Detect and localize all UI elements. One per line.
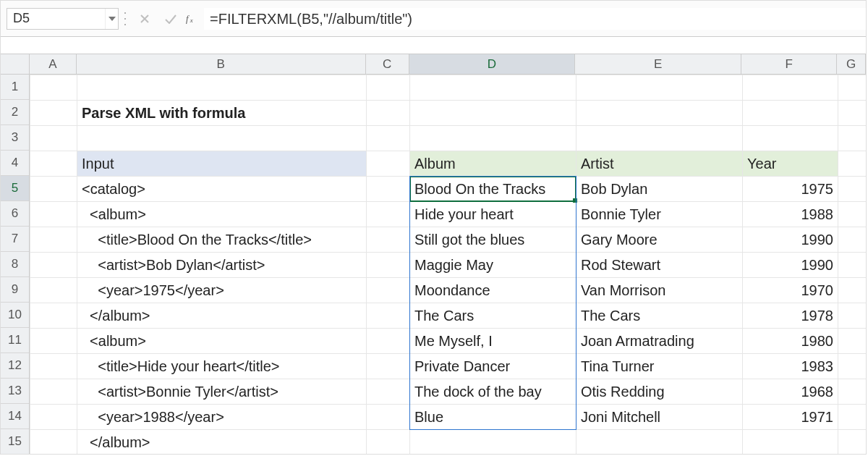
- cell-text: <album>: [82, 206, 146, 222]
- year-cell[interactable]: 1971: [743, 405, 838, 430]
- column-header[interactable]: G: [837, 54, 866, 74]
- row-header[interactable]: 3: [1, 125, 29, 151]
- artist-cell[interactable]: Tina Turner: [576, 354, 743, 379]
- row-header[interactable]: 8: [1, 252, 29, 277]
- row-headers: 1 2 3 4 5 6 7 8 9 10 11 12 13 14 15: [1, 54, 30, 454]
- cell-text: <title>Hide your heart</title>: [82, 358, 280, 374]
- row-header[interactable]: 1: [1, 75, 29, 100]
- cell-text: <year>1975</year>: [82, 282, 224, 298]
- column-header[interactable]: B: [77, 54, 366, 74]
- column-header[interactable]: C: [366, 54, 409, 74]
- xml-line-cell[interactable]: <title>Blood On the Tracks</title>: [77, 227, 367, 253]
- album-cell[interactable]: Blue: [410, 405, 576, 430]
- enter-icon: [158, 6, 184, 32]
- table-header-artist[interactable]: Artist: [576, 151, 743, 177]
- album-cell[interactable]: Still got the blues: [410, 227, 576, 253]
- xml-line-cell[interactable]: </album>: [77, 303, 367, 329]
- year-cell[interactable]: 1975: [743, 177, 838, 202]
- formula-bar-row: f x =FILTERXML(B5,"//album/title"): [1, 1, 866, 37]
- cell-text: <album>: [82, 333, 146, 349]
- row-header[interactable]: 7: [1, 227, 29, 252]
- album-cell[interactable]: Hide your heart: [410, 202, 576, 227]
- artist-cell[interactable]: Bob Dylan: [576, 177, 743, 202]
- xml-line-cell[interactable]: <album>: [77, 329, 367, 354]
- year-cell[interactable]: 1968: [743, 379, 838, 405]
- select-all-corner[interactable]: [1, 54, 29, 75]
- year-cell[interactable]: 1990: [743, 253, 838, 278]
- cell-text: <catalog>: [82, 181, 145, 197]
- cancel-icon: [132, 6, 158, 32]
- name-box-input[interactable]: [7, 11, 105, 26]
- artist-cell[interactable]: The Cars: [576, 303, 743, 329]
- album-cell[interactable]: Me Myself, I: [410, 329, 576, 354]
- xml-line-cell[interactable]: <album>: [77, 202, 367, 227]
- artist-cell[interactable]: Bonnie Tyler: [576, 202, 743, 227]
- svg-text:f: f: [186, 13, 190, 23]
- insert-function-icon[interactable]: f x: [184, 6, 204, 32]
- input-header-cell[interactable]: Input: [77, 151, 367, 177]
- artist-cell[interactable]: Rod Stewart: [576, 253, 743, 278]
- xml-line-cell[interactable]: <catalog>: [77, 177, 367, 202]
- artist-cell[interactable]: Otis Redding: [576, 379, 743, 405]
- formula-bar-input[interactable]: =FILTERXML(B5,"//album/title"): [204, 8, 866, 30]
- cell-text: <artist>Bonnie Tyler</artist>: [82, 384, 278, 400]
- cell-text: </album>: [82, 434, 150, 450]
- row-header[interactable]: 2: [1, 100, 29, 125]
- xml-line-cell[interactable]: </album>: [77, 430, 367, 455]
- row-header[interactable]: 10: [1, 303, 29, 328]
- row-header[interactable]: 12: [1, 353, 29, 379]
- cell-text: <title>Blood On the Tracks</title>: [82, 232, 312, 248]
- column-header[interactable]: A: [30, 54, 77, 74]
- xml-line-cell[interactable]: <artist>Bonnie Tyler</artist>: [77, 379, 367, 405]
- cells-area[interactable]: Parse XML with formula Input Album Artis…: [30, 75, 866, 454]
- year-cell[interactable]: 1988: [743, 202, 838, 227]
- cell-text: <artist>Bob Dylan</artist>: [82, 257, 265, 273]
- xml-line-cell[interactable]: <year>1975</year>: [77, 278, 367, 303]
- year-cell[interactable]: 1990: [743, 227, 838, 253]
- column-header[interactable]: E: [575, 54, 741, 74]
- album-cell[interactable]: The dock of the bay: [410, 379, 576, 405]
- table-header-album[interactable]: Album: [410, 151, 576, 177]
- album-cell[interactable]: Private Dancer: [410, 354, 576, 379]
- formula-bar-grip[interactable]: [123, 6, 127, 32]
- cell-text: </album>: [82, 308, 150, 324]
- year-cell[interactable]: 1980: [743, 329, 838, 354]
- row-header[interactable]: 11: [1, 328, 29, 353]
- table-header-year[interactable]: Year: [743, 151, 838, 177]
- formula-bar-separator: [1, 37, 866, 54]
- page-title: Parse XML with formula: [77, 101, 367, 126]
- row-header[interactable]: 15: [1, 429, 29, 454]
- year-cell[interactable]: 1983: [743, 354, 838, 379]
- row-header[interactable]: 13: [1, 379, 29, 404]
- xml-line-cell[interactable]: <title>Hide your heart</title>: [77, 354, 367, 379]
- row-header[interactable]: 6: [1, 201, 29, 227]
- album-cell[interactable]: The Cars: [410, 303, 576, 329]
- artist-cell[interactable]: Gary Moore: [576, 227, 743, 253]
- cell-text: <year>1988</year>: [82, 409, 224, 425]
- row-header[interactable]: 14: [1, 404, 29, 429]
- row-header[interactable]: 4: [1, 151, 29, 176]
- artist-cell[interactable]: Van Morrison: [576, 278, 743, 303]
- album-cell[interactable]: Moondance: [410, 278, 576, 303]
- column-header[interactable]: F: [741, 54, 837, 74]
- sheet-body: A B C D E F G Parse XML with formula: [30, 54, 866, 454]
- worksheet-grid[interactable]: 1 2 3 4 5 6 7 8 9 10 11 12 13 14 15 A B …: [1, 54, 866, 454]
- xml-line-cell[interactable]: <artist>Bob Dylan</artist>: [77, 253, 367, 278]
- column-headers: A B C D E F G: [30, 54, 866, 75]
- artist-cell[interactable]: Joni Mitchell: [576, 405, 743, 430]
- excel-window: f x =FILTERXML(B5,"//album/title") 1 2 3…: [0, 0, 867, 455]
- album-cell[interactable]: Blood On the Tracks: [410, 177, 576, 202]
- year-cell[interactable]: 1978: [743, 303, 838, 329]
- album-cell[interactable]: Maggie May: [410, 253, 576, 278]
- row-header[interactable]: 9: [1, 277, 29, 303]
- name-box-dropdown-icon[interactable]: [105, 9, 118, 29]
- row-header[interactable]: 5: [1, 176, 29, 201]
- xml-line-cell[interactable]: <year>1988</year>: [77, 405, 367, 430]
- name-box[interactable]: [7, 8, 119, 30]
- svg-text:x: x: [190, 17, 193, 24]
- column-header[interactable]: D: [409, 54, 576, 74]
- year-cell[interactable]: 1970: [743, 278, 838, 303]
- artist-cell[interactable]: Joan Armatrading: [576, 329, 743, 354]
